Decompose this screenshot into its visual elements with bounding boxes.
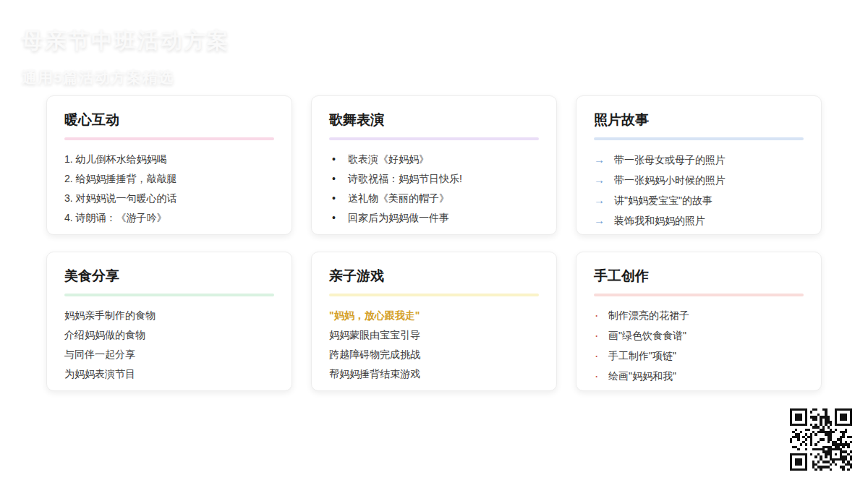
- card-item: •歌表演《好妈妈》: [329, 150, 539, 169]
- card-accent-divider: [329, 294, 539, 296]
- card-item: 1. 幼儿倒杯水给妈妈喝: [64, 150, 274, 169]
- card-item: 3. 对妈妈说一句暖心的话: [64, 189, 274, 208]
- card-item: 跨越障碍物完成挑战: [329, 345, 539, 364]
- card-item: ·制作漂亮的花裙子: [594, 306, 804, 326]
- card-item-text: 带一张母女或母子的照片: [614, 150, 726, 170]
- arrow-bullet-icon: →: [594, 210, 614, 230]
- card-item: →带一张妈妈小时候的照片: [594, 170, 804, 190]
- card-title: 亲子游戏: [329, 267, 539, 285]
- slide-canvas: 母亲节中班活动方案 通用5篇活动方案精选 暖心互动 1. 幼儿倒杯水给妈妈喝2.…: [0, 0, 868, 488]
- card-item-text: 手工制作"项链": [608, 346, 676, 366]
- card-item-text: 介绍妈妈做的食物: [64, 325, 145, 345]
- qr-code: [790, 408, 852, 471]
- card-accent-divider: [329, 137, 539, 140]
- card-item: ·画"绿色饮食食谱": [594, 326, 804, 346]
- card-item: 2. 给妈妈捶捶背，敲敲腿: [64, 169, 274, 189]
- card-handicraft-creation: 手工创作 ·制作漂亮的花裙子·画"绿色饮食食谱"·手工制作"项链"·绘画"妈妈和…: [576, 252, 822, 391]
- card-item: 4. 诗朗诵：《游子吟》: [64, 208, 274, 228]
- bullet-icon: •: [329, 150, 348, 169]
- card-item-text: 带一张妈妈小时候的照片: [614, 171, 726, 190]
- card-item: →带一张母女或母子的照片: [594, 150, 804, 170]
- card-item-text: 妈妈蒙眼由宝宝引导: [329, 325, 420, 345]
- slide-header: 母亲节中班活动方案 通用5篇活动方案精选: [22, 26, 230, 87]
- card-item-text: 1. 幼儿倒杯水给妈妈喝: [64, 150, 167, 169]
- card-item-text: 妈妈亲手制作的食物: [64, 306, 156, 325]
- page-subtitle: 通用5篇活动方案精选: [22, 67, 230, 87]
- card-item: ·手工制作"项链": [594, 346, 804, 367]
- card-item-text: 送礼物《美丽的帽子》: [348, 189, 449, 208]
- card-item-text: 与同伴一起分享: [64, 345, 135, 364]
- bullet-icon: ·: [594, 347, 608, 367]
- card-title: 歌舞表演: [329, 111, 539, 129]
- card-item: ·绘画"妈妈和我": [594, 367, 804, 387]
- arrow-bullet-icon: →: [594, 190, 614, 210]
- card-item: 妈妈蒙眼由宝宝引导: [329, 325, 539, 345]
- card-item-text: 3. 对妈妈说一句暖心的话: [64, 189, 177, 208]
- card-title: 美食分享: [64, 267, 274, 285]
- card-item: 介绍妈妈做的食物: [64, 325, 274, 345]
- card-accent-divider: [64, 137, 274, 140]
- card-item-list: "妈妈，放心跟我走"妈妈蒙眼由宝宝引导跨越障碍物完成挑战帮妈妈捶背结束游戏: [329, 306, 539, 384]
- card-item-text: "妈妈，放心跟我走": [329, 306, 420, 325]
- card-item-text: 2. 给妈妈捶捶背，敲敲腿: [64, 169, 177, 189]
- card-title: 暖心互动: [64, 111, 274, 129]
- card-item-list: 1. 幼儿倒杯水给妈妈喝2. 给妈妈捶捶背，敲敲腿3. 对妈妈说一句暖心的话4.…: [64, 150, 274, 228]
- card-item-text: 为妈妈表演节目: [64, 364, 135, 384]
- card-item: •送礼物《美丽的帽子》: [329, 189, 539, 208]
- card-item-text: 帮妈妈捶背结束游戏: [329, 364, 420, 384]
- card-item: 妈妈亲手制作的食物: [64, 306, 274, 325]
- card-photo-story: 照片故事 →带一张母女或母子的照片→带一张妈妈小时候的照片→讲"妈妈爱宝宝"的故…: [576, 95, 822, 235]
- qr-code-pattern: [790, 408, 852, 471]
- page-title: 母亲节中班活动方案: [22, 26, 230, 56]
- card-item-list: ·制作漂亮的花裙子·画"绿色饮食食谱"·手工制作"项链"·绘画"妈妈和我": [594, 306, 804, 387]
- bullet-icon: ·: [594, 307, 608, 326]
- card-accent-divider: [594, 294, 804, 296]
- card-warm-interaction: 暖心互动 1. 幼儿倒杯水给妈妈喝2. 给妈妈捶捶背，敲敲腿3. 对妈妈说一句暖…: [46, 95, 292, 235]
- card-item-text: 诗歌祝福：妈妈节日快乐!: [348, 169, 462, 189]
- bullet-icon: ·: [594, 327, 608, 346]
- card-item: →装饰我和妈妈的照片: [594, 210, 804, 231]
- card-parent-child-games: 亲子游戏 "妈妈，放心跟我走"妈妈蒙眼由宝宝引导跨越障碍物完成挑战帮妈妈捶背结束…: [311, 252, 557, 391]
- card-item-text: 装饰我和妈妈的照片: [614, 211, 705, 231]
- card-item-text: 绘画"妈妈和我": [608, 367, 676, 386]
- card-title: 照片故事: [594, 111, 804, 129]
- card-food-sharing: 美食分享 妈妈亲手制作的食物介绍妈妈做的食物与同伴一起分享为妈妈表演节目: [46, 252, 292, 391]
- bullet-icon: ·: [594, 367, 608, 387]
- card-accent-divider: [594, 137, 804, 140]
- card-item-list: •歌表演《好妈妈》•诗歌祝福：妈妈节日快乐!•送礼物《美丽的帽子》•回家后为妈妈…: [329, 150, 539, 228]
- card-item: →讲"妈妈爱宝宝"的故事: [594, 190, 804, 210]
- card-item: 帮妈妈捶背结束游戏: [329, 364, 539, 384]
- card-item: •回家后为妈妈做一件事: [329, 208, 539, 228]
- bullet-icon: •: [329, 189, 348, 208]
- card-item-list: 妈妈亲手制作的食物介绍妈妈做的食物与同伴一起分享为妈妈表演节目: [64, 306, 274, 384]
- card-title: 手工创作: [594, 267, 804, 285]
- card-song-dance-performance: 歌舞表演 •歌表演《好妈妈》•诗歌祝福：妈妈节日快乐!•送礼物《美丽的帽子》•回…: [311, 95, 557, 235]
- card-item-text: 歌表演《好妈妈》: [348, 150, 429, 169]
- card-item: •诗歌祝福：妈妈节日快乐!: [329, 169, 539, 189]
- card-item-text: 回家后为妈妈做一件事: [348, 208, 449, 228]
- card-accent-divider: [64, 294, 274, 296]
- card-item-text: 画"绿色饮食食谱": [608, 326, 686, 346]
- card-item-text: 制作漂亮的花裙子: [608, 306, 689, 325]
- cards-grid: 暖心互动 1. 幼儿倒杯水给妈妈喝2. 给妈妈捶捶背，敲敲腿3. 对妈妈说一句暖…: [46, 95, 822, 391]
- card-item-text: 4. 诗朗诵：《游子吟》: [64, 208, 167, 228]
- bullet-icon: •: [329, 208, 348, 228]
- card-item-list: →带一张母女或母子的照片→带一张妈妈小时候的照片→讲"妈妈爱宝宝"的故事→装饰我…: [594, 150, 804, 231]
- arrow-bullet-icon: →: [594, 150, 614, 169]
- card-item: 为妈妈表演节目: [64, 364, 274, 384]
- bullet-icon: •: [329, 169, 348, 189]
- arrow-bullet-icon: →: [594, 170, 614, 189]
- card-item: "妈妈，放心跟我走": [329, 306, 539, 325]
- card-item-text: 跨越障碍物完成挑战: [329, 345, 420, 364]
- card-item-text: 讲"妈妈爱宝宝"的故事: [614, 191, 712, 210]
- card-item: 与同伴一起分享: [64, 345, 274, 364]
